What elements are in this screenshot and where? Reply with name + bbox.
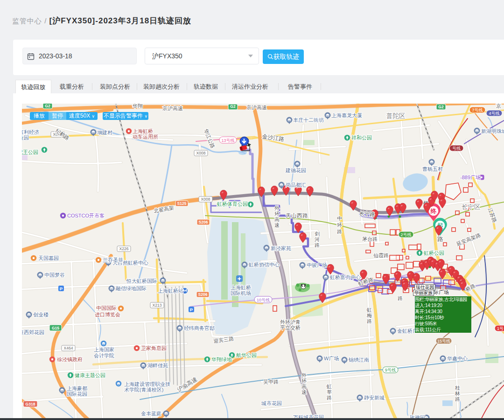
svg-text:G2: G2: [438, 105, 444, 109]
svg-text:G2: G2: [45, 104, 50, 108]
svg-text:X213: X213: [153, 303, 162, 308]
svg-text:上海国家: 上海国家: [94, 347, 114, 352]
svg-text:长宁区: 长宁区: [462, 203, 481, 210]
svg-text:上海建设管理职业技: 上海建设管理职业技: [124, 381, 170, 387]
svg-text:路: 路: [455, 396, 460, 402]
svg-text:金丰蓝庭: 金丰蓝庭: [141, 411, 161, 416]
svg-text:国际花园: 国际花园: [67, 391, 87, 397]
svg-text:华翔: 华翔: [132, 104, 143, 109]
svg-text:X008: X008: [196, 151, 206, 155]
svg-text:建德花园: 建德花园: [285, 168, 306, 173]
svg-text:京沪高速: 京沪高速: [246, 105, 267, 110]
svg-text:X008: X008: [201, 197, 210, 202]
svg-text:高: 高: [301, 384, 307, 389]
svg-text:桂: 桂: [455, 385, 460, 391]
svg-text:业园: 业园: [22, 135, 29, 140]
svg-text:路: 路: [398, 295, 403, 301]
svg-text:1号: 1号: [497, 326, 504, 331]
svg-text:虹桥协信中心: 虹桥协信中心: [249, 262, 280, 267]
svg-text:号线: 号线: [452, 146, 461, 151]
svg-text:尚品都汇: 尚品都汇: [286, 182, 306, 188]
svg-text:进口博览会: 进口博览会: [95, 312, 120, 317]
svg-text:京沪高速: 京沪高速: [162, 105, 183, 111]
svg-text:健康主题公园: 健康主题公园: [74, 372, 105, 378]
svg-text:虹桥公园: 虹桥公园: [424, 250, 444, 256]
svg-text:上海虹桥: 上海虹桥: [133, 128, 153, 134]
svg-text:上海嘉龙大厦: 上海嘉龙大厦: [331, 112, 362, 118]
svg-text:新湖明珠城: 新湖明珠城: [481, 128, 504, 134]
svg-text:曹杨五村: 曹杨五村: [422, 166, 443, 172]
svg-text:丰庄十二街坊: 丰庄十二街坊: [293, 117, 324, 123]
svg-text:13号线: 13号线: [221, 138, 234, 143]
svg-text:路: 路: [337, 229, 342, 234]
svg-text:虹: 虹: [327, 384, 332, 389]
svg-text:上海虹桥站: 上海虹桥站: [158, 288, 183, 294]
svg-text:茅台路: 茅台路: [362, 236, 378, 242]
svg-text:W广场: W广场: [324, 356, 339, 361]
svg-text:2号线: 2号线: [400, 232, 411, 237]
svg-text:经纬商务官邸: 经纬商务官邸: [184, 325, 215, 331]
svg-text:终: 终: [430, 208, 437, 215]
svg-text:G15: G15: [52, 326, 59, 330]
svg-text:兰乔圣菲: 兰乔圣菲: [103, 257, 123, 263]
svg-text:10号线: 10号线: [257, 298, 270, 302]
svg-text:莘: 莘: [327, 389, 332, 395]
svg-text:动车运用所: 动车运用所: [133, 134, 158, 140]
svg-text:虹: 虹: [367, 307, 372, 313]
svg-text:中: 中: [337, 216, 342, 221]
svg-text:虹桥富力中心: 虹桥富力中心: [330, 274, 361, 280]
svg-text:COSTCO开市客: COSTCO开市客: [67, 213, 105, 218]
svg-text:吴中路: 吴中路: [263, 379, 279, 385]
svg-text:-889广场: -889广场: [460, 175, 481, 180]
svg-text:航华公园: 航华公园: [236, 352, 257, 358]
svg-text:仙霞路: 仙霞路: [373, 252, 389, 258]
svg-text:际广场: 际广场: [434, 289, 449, 295]
svg-text:静安新城: 静安新城: [364, 395, 385, 400]
svg-text:湖畔佳苑: 湖畔佳苑: [147, 363, 168, 368]
svg-text:外: 外: [274, 205, 280, 211]
svg-text:国际机场: 国际机场: [231, 290, 251, 296]
svg-text:虹桥体育公园: 虹桥体育公园: [217, 201, 248, 207]
svg-text:X464: X464: [64, 346, 73, 350]
svg-text:剑: 剑: [315, 231, 320, 237]
svg-text:天国墓园: 天国墓园: [38, 255, 59, 261]
svg-text:外: 外: [301, 372, 307, 378]
svg-text:术学院(青浦校区): 术学院(青浦校区): [124, 387, 163, 392]
svg-text:梅: 梅: [366, 313, 372, 318]
svg-text:中国国际: 中国国际: [96, 305, 117, 311]
svg-text:环: 环: [274, 211, 280, 217]
svg-text:速: 速: [301, 389, 307, 395]
svg-text:路: 路: [437, 236, 443, 243]
svg-text:15号线: 15号线: [437, 339, 450, 343]
svg-text:增建村: 增建村: [97, 130, 112, 135]
svg-text:锦绣江南: 锦绣江南: [348, 357, 369, 363]
svg-text:路: 路: [367, 318, 372, 324]
svg-text:祥和公园: 祥和公园: [351, 135, 372, 140]
svg-text:新泾家苑: 新泾家苑: [271, 245, 291, 251]
svg-text:京: 京: [496, 104, 501, 109]
svg-text:高: 高: [274, 217, 280, 222]
svg-text:河: 河: [315, 237, 320, 242]
svg-text:天山西路: 天山西路: [286, 212, 308, 219]
svg-text:卫家角息园: 卫家角息园: [140, 345, 167, 351]
svg-text:上海虹桥: 上海虹桥: [231, 285, 251, 290]
svg-text:创业楼: 创业楼: [33, 312, 49, 317]
svg-text:G2: G2: [230, 104, 236, 109]
svg-text:S125: S125: [177, 201, 187, 206]
svg-text:城市花园: 城市花园: [261, 400, 282, 406]
svg-text:外环沪青: 外环沪青: [280, 319, 301, 325]
svg-text:路: 路: [315, 242, 320, 248]
svg-text:纪王公园: 纪王公园: [22, 149, 38, 155]
svg-text:林: 林: [455, 391, 460, 396]
svg-text:恒大虹桥国际: 恒大虹桥国际: [126, 278, 157, 284]
svg-text:徐泾镇政府: 徐泾镇政府: [57, 357, 83, 362]
svg-text:速: 速: [274, 222, 280, 228]
svg-text:S206: S206: [198, 292, 208, 297]
svg-text:恒西郊花园: 恒西郊花园: [22, 329, 44, 335]
svg-text:会计学院: 会计学院: [94, 353, 114, 358]
svg-text:4号线: 4号线: [489, 111, 499, 116]
svg-text:X226: X226: [119, 246, 129, 251]
svg-text:环: 环: [337, 222, 342, 228]
svg-text:平立交桥: 平立交桥: [280, 325, 301, 330]
svg-text:9号线: 9号线: [385, 368, 396, 372]
